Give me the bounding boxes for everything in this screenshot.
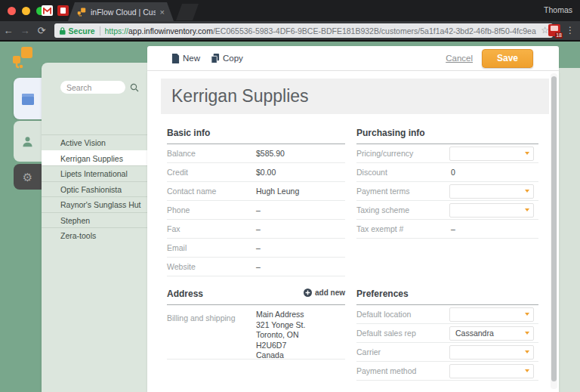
chevron-down-icon	[525, 208, 529, 211]
scrollbar-thumb[interactable]	[551, 76, 557, 381]
inflow-logo	[11, 46, 34, 69]
browser-profile-name[interactable]: Thomas	[544, 5, 572, 14]
omnibox-divider	[100, 26, 100, 35]
inflow-favicon	[77, 8, 86, 17]
secure-label: Secure	[69, 26, 95, 35]
url-scheme: https://	[105, 26, 129, 35]
field-label: Tax exempt #	[356, 224, 403, 233]
field-label: Payment method	[356, 366, 416, 375]
nav-tab-inventory[interactable]	[14, 78, 42, 119]
list-item[interactable]: Active Vision	[42, 134, 147, 150]
person-icon	[21, 135, 34, 148]
record-action-bar: New Copy Cancel Save	[147, 46, 559, 71]
new-tab-button[interactable]	[176, 4, 199, 20]
search-input[interactable]	[60, 81, 125, 94]
address-row[interactable]: Billing and shipping Main Address 321 Yo…	[167, 305, 345, 360]
list-item[interactable]: Stephen	[42, 212, 147, 228]
chevron-down-icon	[525, 313, 529, 316]
payment-terms-dropdown[interactable]	[449, 184, 534, 199]
field-row-discount: Discount 0	[356, 163, 538, 182]
phone-field[interactable]: –	[256, 205, 261, 215]
contact-name-field[interactable]: Hugh Leung	[256, 187, 299, 196]
forward-icon[interactable]: →	[17, 25, 33, 36]
customer-title-bar: Kerrigan Supplies	[161, 79, 549, 114]
url-host: app.inflowinventory.com	[128, 26, 213, 35]
website-field[interactable]: –	[256, 262, 261, 271]
pinned-tab[interactable]	[57, 5, 69, 16]
minimize-window-button[interactable]	[22, 7, 30, 15]
nav-tab-customers[interactable]	[14, 121, 42, 162]
field-row-pricing-currency: Pricing/currency	[356, 144, 538, 163]
pinned-tab-icon	[60, 8, 66, 14]
search-icon[interactable]	[130, 83, 139, 92]
fax-field[interactable]: –	[256, 224, 261, 233]
window-controls[interactable]	[8, 7, 45, 15]
save-button[interactable]: Save	[482, 49, 533, 68]
chevron-down-icon	[525, 332, 529, 335]
tax-exempt-field[interactable]: –	[451, 224, 455, 233]
chevron-down-icon	[525, 369, 529, 372]
reload-icon[interactable]: ⟳	[33, 25, 50, 36]
tab-title: inFlow Cloud | Customers	[91, 8, 156, 17]
section-heading-basic-info: Basic info	[167, 128, 345, 144]
copy-button[interactable]: Copy	[211, 54, 243, 63]
field-label: Phone	[167, 205, 190, 215]
cancel-link[interactable]: Cancel	[446, 54, 473, 63]
pinned-tab-gmail[interactable]	[42, 5, 53, 16]
chevron-down-icon	[525, 152, 529, 155]
customer-name-field[interactable]: Kerrigan Supplies	[171, 86, 309, 106]
close-window-button[interactable]	[8, 7, 16, 15]
active-browser-tab[interactable]: inFlow Cloud | Customers ×	[68, 2, 174, 21]
browser-menu-icon[interactable]: ⋮	[566, 25, 575, 35]
field-label: Billing and shipping	[167, 313, 235, 323]
browser-extension-button[interactable]: 18	[548, 24, 560, 36]
close-tab-icon[interactable]: ×	[160, 8, 165, 17]
taxing-scheme-dropdown[interactable]	[449, 203, 534, 218]
chevron-down-icon	[525, 190, 529, 193]
add-new-address-button[interactable]: add new	[304, 289, 345, 297]
preferences-section: Preferences Default location Default sal…	[356, 289, 538, 381]
customer-list-panel: Active Vision Kerrigan Supplies Lipets I…	[42, 63, 147, 392]
field-label: Website	[167, 262, 196, 271]
new-button[interactable]: New	[171, 54, 200, 63]
dropdown-value: Cassandra	[450, 329, 525, 338]
address-section: Address add new Billing and shipping Mai…	[167, 289, 345, 360]
browser-toolbar: ← → ⟳ Secure https://app.inflowinventory…	[0, 21, 580, 42]
address-bar[interactable]: Secure https://app.inflowinventory.com/E…	[54, 23, 553, 38]
extension-badge: 18	[555, 32, 563, 39]
field-row-phone: Phone –	[167, 201, 345, 220]
section-heading-preferences: Preferences	[356, 289, 538, 305]
gear-icon: ⚙	[23, 171, 32, 183]
scrollbar-track[interactable]	[551, 73, 557, 389]
page-url: https://app.inflowinventory.com/EC065536…	[105, 26, 536, 35]
back-icon[interactable]: ←	[0, 25, 17, 36]
address-line: 321 Yonge St.	[256, 320, 305, 331]
payment-method-dropdown[interactable]	[449, 364, 534, 378]
field-label: Balance	[167, 149, 196, 158]
gmail-icon	[43, 8, 51, 14]
field-label: Discount	[356, 168, 387, 177]
discount-field[interactable]: 0	[451, 168, 455, 177]
nav-tab-settings[interactable]: ⚙	[14, 164, 42, 190]
customer-detail-card: Kerrigan Supplies Basic info Balance $58…	[147, 71, 559, 392]
field-row-fax: Fax –	[167, 220, 345, 239]
field-label: Carrier	[356, 347, 381, 357]
field-label: Taxing scheme	[356, 205, 409, 215]
extension-icon	[551, 26, 558, 31]
list-item[interactable]: Lipets International	[42, 165, 147, 181]
default-location-dropdown[interactable]	[449, 307, 534, 322]
email-field[interactable]: –	[256, 243, 261, 252]
pricing-currency-dropdown[interactable]	[449, 147, 534, 161]
copy-icon	[211, 54, 220, 63]
list-item[interactable]: Raynor's Sunglass Hut	[42, 196, 147, 212]
field-row-payment-method: Payment method	[356, 362, 538, 381]
list-item[interactable]: Optic Fashionista	[42, 181, 147, 197]
box-icon	[21, 93, 35, 105]
list-item[interactable]: Zera-tools	[42, 227, 147, 243]
carrier-dropdown[interactable]	[449, 345, 534, 360]
copy-button-label: Copy	[223, 54, 243, 63]
default-sales-rep-dropdown[interactable]: Cassandra	[449, 326, 534, 341]
list-item-selected[interactable]: Kerrigan Supplies	[42, 150, 147, 166]
field-row-default-sales-rep: Default sales rep Cassandra	[356, 324, 538, 343]
field-label: Default sales rep	[356, 329, 416, 338]
